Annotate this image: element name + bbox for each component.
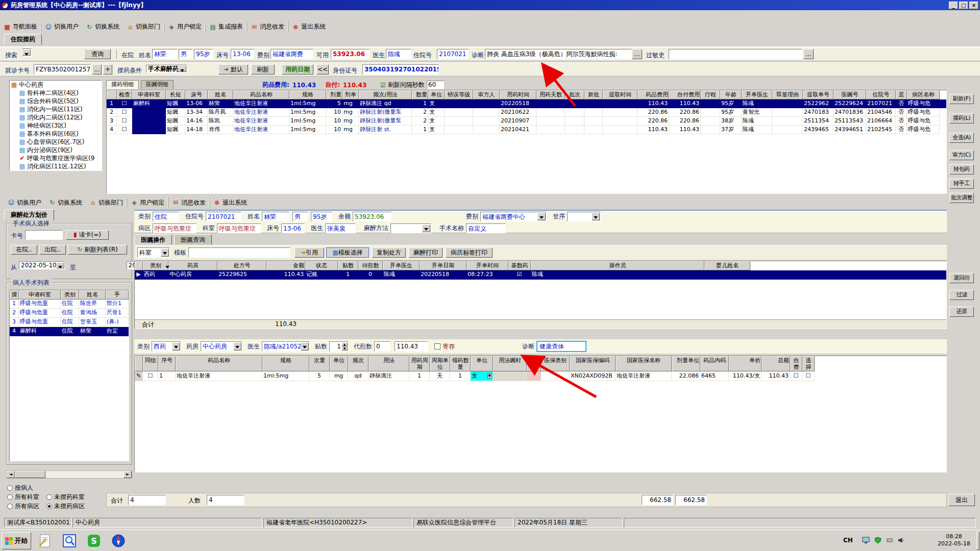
start-button[interactable]: 开始: [2, 532, 31, 549]
toolbar-button[interactable]: ⊗退出系统: [209, 197, 251, 208]
drug-row[interactable]: 同组序号药品名称规格次量单位频次用法用药周期周期单位领药数量单位用法嘱时皮医保类…: [135, 356, 946, 371]
unit-select-cell[interactable]: 支: [471, 371, 493, 381]
usb-tray-icon[interactable]: [886, 537, 893, 545]
undispensed-ward-radio[interactable]: [46, 504, 52, 509]
maximize-button[interactable]: □: [959, 2, 968, 9]
toolbar-button[interactable]: ▦导航面板: [0, 21, 41, 32]
volume-tray-icon[interactable]: [897, 537, 904, 545]
read-card-button[interactable]: ▮ 读卡(=): [66, 230, 109, 240]
patient-row[interactable]: 3呼吸与危重住院甘章玉(鼻-): [10, 318, 129, 327]
card-add-button[interactable]: +: [103, 64, 112, 74]
card-no-value[interactable]: FZYB350200125738: [34, 64, 91, 74]
self-pay-check-cell[interactable]: 自费: [790, 356, 802, 371]
shield-tray-icon[interactable]: [874, 537, 881, 545]
menu-item[interactable]: [41, 14, 51, 16]
table-row[interactable]: 2☐短嘱13-34陈丹凤地佐辛注射液1ml:5mg10mg静脉注射(微量泵2支2…: [107, 108, 946, 117]
deposit-checkbox[interactable]: [434, 343, 440, 349]
notepad-icon[interactable]: [36, 532, 54, 550]
query-button[interactable]: 查询: [84, 49, 111, 59]
input-method-icon[interactable]: S: [85, 532, 103, 550]
menu-item[interactable]: [51, 14, 61, 16]
tree-item[interactable]: ✔呼吸与危重症医学病区(9: [10, 154, 102, 162]
card-input[interactable]: [25, 230, 63, 240]
menu-item[interactable]: [61, 14, 71, 16]
select-check-cell[interactable]: ☐: [802, 371, 815, 381]
to-manual-button[interactable]: 转手工: [949, 179, 974, 189]
to-package-button[interactable]: 转包药: [949, 164, 974, 174]
browser-compass-icon[interactable]: [109, 532, 128, 550]
search-input[interactable]: [22, 48, 32, 57]
select-all-button[interactable]: 全选(A): [949, 133, 974, 143]
base-drug-check-cell[interactable]: ☑: [508, 270, 531, 280]
review-button[interactable]: 审方(C): [949, 150, 974, 160]
tab-anesthesia-pricing[interactable]: 麻醉处方划价: [4, 209, 54, 220]
check-cell[interactable]: 检查: [117, 90, 132, 99]
all-ward-radio[interactable]: [7, 504, 13, 509]
table-row[interactable]: 1☐麻醉科短嘱13-06林荣地佐辛注射液1ml:5mg5mg静脉滴注 qd1支2…: [107, 99, 946, 108]
magnifier-tool-icon[interactable]: [60, 532, 79, 550]
toolbar-button[interactable]: ☺切换用户: [41, 21, 82, 32]
tree-item[interactable]: ▦中心药房: [10, 81, 102, 89]
diagnosis-more-button[interactable]: …: [632, 49, 642, 59]
close-button[interactable]: ×: [969, 2, 978, 9]
batch-adjust-button[interactable]: 批次调整: [949, 193, 974, 203]
group-check-cell[interactable]: 同组: [143, 356, 158, 371]
tree-item[interactable]: ▤消化病区(11区.12区): [10, 162, 102, 170]
template-input[interactable]: [188, 247, 290, 258]
tree-item[interactable]: ▤心血管病区(6区.7区): [10, 138, 102, 146]
patient-row[interactable]: 1呼吸与危重住院陈世界部分1: [10, 299, 129, 309]
refresh-interval-checkbox[interactable]: ☑: [380, 82, 386, 89]
menu-item[interactable]: [10, 14, 20, 16]
medication-date-button[interactable]: 用药日期: [282, 64, 313, 74]
scroll-right-arrow-icon[interactable]: ►: [124, 471, 132, 478]
by-patient-radio[interactable]: [7, 485, 13, 491]
tree-item[interactable]: ▤消化内一病区(11区): [10, 105, 102, 113]
menu-item[interactable]: [102, 14, 112, 16]
menu-item[interactable]: [20, 14, 31, 16]
prescription-row[interactable]: ▶西药中心药房25229625110.43记账10陈彧2022051808:27…: [135, 270, 946, 280]
base-drug-check-cell[interactable]: 基数药: [508, 261, 531, 270]
refresh-button[interactable]: 刷新: [251, 64, 275, 74]
menu-item[interactable]: [31, 14, 41, 16]
condition-select[interactable]: 手术麻醉药: [146, 65, 187, 73]
collapse-button[interactable]: <<: [316, 64, 329, 74]
toolbar-button[interactable]: ▤集成报表: [205, 21, 247, 32]
from-date-select[interactable]: 2022-05-10: [19, 261, 65, 269]
table-row[interactable]: 4☐短嘱14-18肖伟地佐辛注射液1ml:5mg10mg静脉注射 st.1支20…: [107, 126, 946, 134]
tree-item[interactable]: ▤消化内二病区(12区): [10, 113, 102, 121]
template-select-button[interactable]: ▦模板选择: [326, 247, 369, 258]
stepper-up-icon[interactable]: [341, 342, 348, 346]
restore-button[interactable]: 还原: [949, 307, 974, 317]
toolbar-button[interactable]: ✉消息收发: [168, 197, 209, 208]
group-check-cell[interactable]: ☐: [143, 371, 158, 381]
menu-item[interactable]: [92, 14, 102, 16]
tree-item[interactable]: ▤综合外科病区(5区): [10, 97, 102, 105]
decoct-count-value[interactable]: 0: [374, 341, 390, 352]
tab-inpatient-dispense[interactable]: 住院摆药: [4, 34, 42, 45]
tab-order-query[interactable]: 医嘱查询: [174, 234, 212, 245]
stepper-down-icon[interactable]: [341, 346, 348, 350]
copy-rx-button[interactable]: 复制处方: [372, 247, 406, 258]
fee-type-select[interactable]: 福建省两费中心: [480, 212, 547, 221]
show-desktop-sliver[interactable]: [976, 532, 979, 550]
register-seq-select[interactable]: [567, 212, 601, 221]
toolbar-button[interactable]: ✉消息收发: [247, 21, 288, 32]
exit-button[interactable]: 退出: [948, 494, 975, 506]
language-indicator[interactable]: CH: [843, 537, 853, 544]
toolbar-button[interactable]: ⌂切换部门: [123, 21, 164, 32]
table-row[interactable]: 3☐短嘱14-16陈凯地佐辛注射液1ml:5mg10mg静脉注射(微量泵2支20…: [107, 117, 946, 126]
default-button[interactable]: ➜ 默认: [218, 64, 248, 74]
anesthesia-print-button[interactable]: 麻醉打印: [409, 247, 443, 258]
prescription-row[interactable]: 类别药房处方号金额状态贴数待煎数开单医生开单日期开单时间基数药操作员婴儿姓名: [135, 261, 946, 270]
scrollbar-thumb[interactable]: [15, 471, 45, 478]
dispense-button[interactable]: 摆药(L): [949, 113, 974, 123]
tree-item[interactable]: ▤内分泌病区(9区): [10, 146, 102, 154]
monitor-tray-icon[interactable]: [862, 537, 870, 545]
toolbar-button[interactable]: ⌂切换部门: [86, 197, 127, 208]
menu-item[interactable]: [71, 14, 82, 16]
dept-select[interactable]: 科室: [137, 247, 170, 258]
allergy-more-button[interactable]: …: [803, 49, 814, 59]
form-diagnosis-value[interactable]: 健康查体: [536, 341, 586, 352]
patient-list-hscrollbar[interactable]: ◄ ►: [6, 470, 132, 479]
all-dept-radio[interactable]: [7, 494, 13, 500]
